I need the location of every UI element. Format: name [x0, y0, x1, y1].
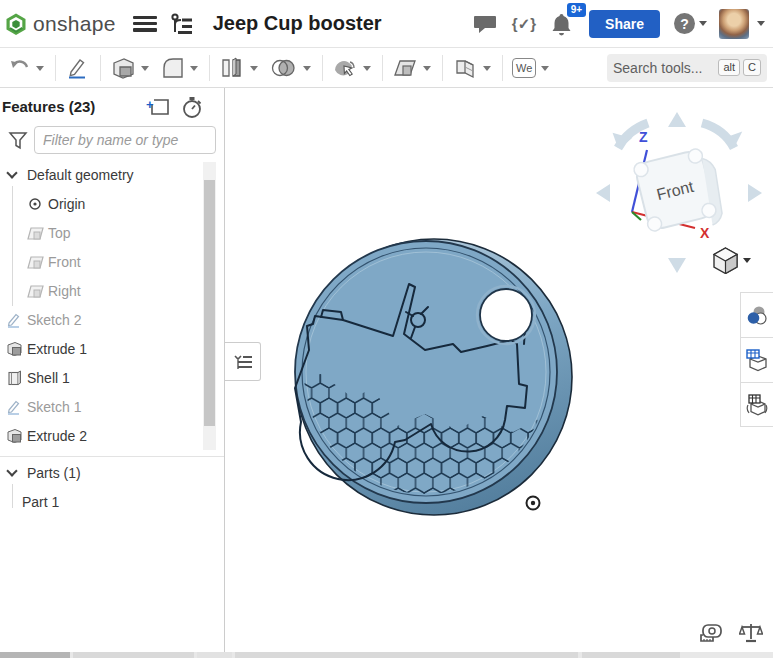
tab-strip-segment[interactable] — [0, 652, 70, 658]
main-menu-icon[interactable] — [133, 16, 157, 32]
versions-history-icon[interactable] — [169, 12, 195, 36]
tree-item-sketch-2[interactable]: Sketch 2 — [0, 305, 203, 334]
transform-caret-icon[interactable] — [363, 66, 371, 75]
view-cube-front-face[interactable]: Front — [633, 145, 729, 240]
boolean-icon — [270, 57, 298, 79]
filter-input[interactable] — [34, 126, 216, 154]
tree-item-extrude-1[interactable]: Extrude 1 — [0, 334, 203, 363]
fillet-icon — [161, 56, 185, 80]
filter-funnel-icon[interactable] — [8, 131, 28, 150]
document-tab-strip[interactable] — [0, 652, 773, 658]
share-button[interactable]: Share — [589, 10, 660, 38]
shortcut-key-c: C — [743, 59, 761, 76]
plane-button[interactable] — [389, 53, 434, 83]
tree-item-right-plane[interactable]: Right — [0, 276, 203, 305]
extrude-button[interactable] — [107, 53, 152, 83]
part-tables-panel-button[interactable] — [740, 337, 773, 382]
measure-tool-button[interactable] — [699, 622, 725, 644]
keychain-hole — [480, 289, 532, 341]
shell-button[interactable] — [216, 53, 261, 83]
header: onshape Jeep Cup booster {✓} 9+ Share — [0, 0, 773, 48]
scrollbar-thumb[interactable] — [204, 180, 215, 426]
help-caret-icon — [699, 21, 707, 30]
shell-icon — [219, 56, 245, 80]
tab-strip-segment[interactable] — [582, 652, 680, 658]
tab-strip-segment[interactable] — [73, 652, 194, 658]
feature-list-toggle-button[interactable] — [225, 342, 261, 381]
extrude-feature-icon — [6, 428, 23, 444]
balance-scale-icon — [739, 622, 763, 644]
account-caret-icon[interactable] — [757, 21, 765, 30]
tree-item-default-geometry[interactable]: Default geometry — [0, 160, 203, 189]
scroll-down-icon[interactable] — [206, 441, 214, 449]
features-title: Features (23) — [2, 98, 95, 115]
extrude-caret-icon[interactable] — [141, 66, 149, 75]
rotate-down-arrow-icon — [668, 258, 686, 273]
custom-feature-button[interactable]: We — [509, 55, 552, 81]
z-axis-label: Z — [639, 129, 648, 145]
parts-header[interactable]: Parts (1) — [0, 458, 225, 487]
transform-icon — [332, 56, 358, 80]
cube-table-icon — [745, 348, 769, 372]
transform-button[interactable] — [329, 53, 374, 83]
configuration-panel-button[interactable] — [740, 382, 773, 427]
tape-measure-icon — [699, 622, 725, 644]
tab-strip-segment[interactable] — [197, 652, 232, 658]
search-tools-box[interactable]: Search tools... alt C — [607, 54, 767, 82]
tree-item-top-plane[interactable]: Top — [0, 218, 203, 247]
tree-item-shell-1[interactable]: Shell 1 — [0, 363, 203, 392]
onshape-logo-icon[interactable] — [4, 12, 28, 36]
chevron-down-icon[interactable] — [6, 465, 17, 476]
view-mode-caret-icon — [743, 258, 751, 267]
isometric-cube-icon — [712, 246, 739, 274]
panel-scrollbar[interactable] — [203, 162, 216, 450]
parts-list: Parts (1) Part 1 — [0, 458, 225, 516]
rotate-left-arrow-icon — [596, 184, 610, 202]
origin-marker[interactable] — [527, 497, 540, 510]
notifications-bell[interactable]: 9+ — [550, 12, 573, 36]
x-axis-label: X — [700, 225, 710, 241]
plane-right-icon — [27, 284, 44, 298]
scroll-up-icon[interactable] — [206, 163, 214, 171]
new-folder-icon[interactable]: + — [146, 96, 172, 118]
comments-icon[interactable] — [473, 13, 497, 35]
shell-caret-icon[interactable] — [250, 66, 258, 75]
brand-wordmark: onshape — [33, 12, 116, 36]
sketch-icon — [6, 312, 22, 328]
fillet-button[interactable] — [158, 53, 201, 83]
graphics-viewport[interactable]: Z X Front — [225, 88, 773, 652]
sheet-metal-button[interactable] — [449, 53, 494, 83]
part-item-part-1[interactable]: Part 1 — [0, 487, 225, 516]
undo-caret-icon[interactable] — [36, 66, 44, 75]
panel-separator — [0, 456, 224, 457]
avatar[interactable] — [719, 9, 749, 39]
custom-feature-caret-icon[interactable] — [541, 66, 549, 75]
sheet-metal-caret-icon[interactable] — [483, 66, 491, 75]
document-title[interactable]: Jeep Cup booster — [213, 12, 382, 35]
features-panel: Features (23) + Default geometry — [0, 88, 225, 652]
boolean-caret-icon[interactable] — [303, 66, 311, 75]
sketch-button[interactable] — [62, 53, 92, 83]
fillet-caret-icon[interactable] — [190, 66, 198, 75]
rotate-up-arrow-icon — [668, 112, 686, 127]
chevron-down-icon[interactable] — [6, 167, 17, 178]
tree-item-sketch-1[interactable]: Sketch 1 — [0, 392, 203, 421]
sketch-pencil-icon — [65, 56, 89, 80]
tree-item-origin[interactable]: Origin — [0, 189, 203, 218]
notification-count-badge: 9+ — [567, 3, 586, 17]
appearance-panel-button[interactable] — [740, 292, 773, 337]
extrude-feature-icon — [6, 341, 23, 357]
help-menu[interactable]: ? — [674, 13, 707, 34]
undo-button[interactable] — [6, 55, 47, 81]
boolean-button[interactable] — [267, 54, 314, 82]
plane-caret-icon[interactable] — [423, 66, 431, 75]
tree-item-front-plane[interactable]: Front — [0, 247, 203, 276]
view-mode-dropdown[interactable] — [712, 246, 751, 274]
featurescript-check-icon[interactable]: {✓} — [512, 15, 536, 33]
mass-properties-button[interactable] — [739, 622, 763, 644]
rollback-stopwatch-icon[interactable] — [181, 96, 203, 120]
tree-item-extrude-2[interactable]: Extrude 2 — [0, 421, 203, 450]
plane-icon — [392, 56, 418, 80]
tab-strip-segment[interactable] — [235, 652, 578, 658]
shell-feature-icon — [7, 370, 22, 386]
